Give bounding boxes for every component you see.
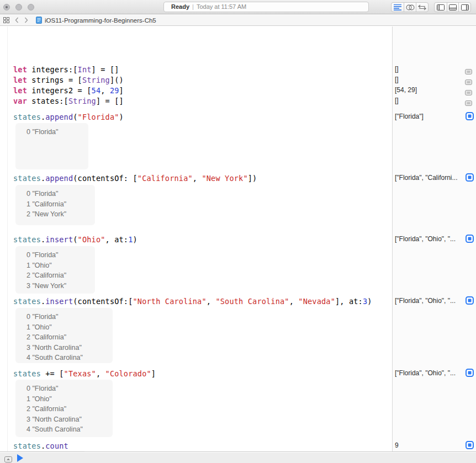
- sidebar-result-row: ["Florida", "Ohio", "...: [393, 368, 476, 379]
- inline-result-row: 0 "Florida": [15, 312, 113, 322]
- inline-result-row: 1 "Ohio": [15, 322, 113, 333]
- version-editor-button[interactable]: [416, 3, 428, 12]
- standard-editor-icon: [394, 4, 402, 10]
- code-line: states.insert("Ohio", at:1): [13, 235, 137, 244]
- version-editor-icon: [418, 4, 426, 10]
- inline-result-view: 0 "Florida"1 "Ohio"2 "California"3 "Nort…: [15, 308, 113, 363]
- status-time: Today at 11:57 AM: [197, 3, 246, 10]
- result-value: []: [395, 64, 399, 74]
- show-result-button[interactable]: [466, 296, 474, 305]
- run-playground-button[interactable]: [17, 454, 23, 463]
- result-value: ["Florida", "Ohio", "...: [395, 234, 456, 244]
- sidebar-result-row: []: [393, 95, 476, 106]
- quicklook-button[interactable]: [465, 77, 472, 82]
- toolbar: Ready|Today at 11:57 AM: [0, 0, 476, 14]
- result-value: [54, 29]: [395, 85, 417, 95]
- inline-result-row: 1 "Ohio": [15, 260, 95, 271]
- minimize-button[interactable]: [15, 4, 22, 10]
- result-value: 9: [395, 440, 399, 451]
- sidebar-result-row: 9: [393, 440, 476, 451]
- inline-result-view: 0 "Florida": [15, 123, 88, 169]
- history-navigation: [15, 17, 28, 23]
- close-icon: [6, 6, 8, 8]
- inspector-pane-button[interactable]: [458, 3, 470, 12]
- show-result-button[interactable]: [466, 112, 474, 120]
- close-button[interactable]: [3, 4, 10, 10]
- show-result-button[interactable]: [466, 369, 474, 377]
- show-result-button[interactable]: [466, 173, 474, 182]
- inline-result-row: 3 "North Carolina": [15, 414, 113, 425]
- results-sidebar: [] [] [54, 29] [] ["Florida"] ["Florida"…: [392, 26, 476, 451]
- inline-result-view: 0 "Florida"1 "Ohio"2 "California"3 "Nort…: [15, 380, 113, 437]
- navigator-pane-button[interactable]: [435, 3, 447, 12]
- sidebar-result-row: ["Florida", "Ohio", "...: [393, 296, 476, 306]
- related-items-grid-icon: [3, 17, 9, 23]
- inline-result-view: 0 "Florida"1 "Ohio"2 "California"3 "New …: [15, 246, 95, 294]
- show-result-button[interactable]: [466, 441, 474, 449]
- inline-result-row: 2 "California": [15, 332, 113, 343]
- main-content: let integers:[Int] = []let strings = [St…: [0, 26, 476, 452]
- status-separator: |: [192, 3, 194, 10]
- debug-bar: [0, 453, 476, 463]
- code-line: states.insert(contentsOf:["North Carolin…: [13, 297, 372, 306]
- sidebar-result-row: []: [393, 64, 476, 74]
- result-value: ["Florida", "Ohio", "...: [395, 368, 456, 379]
- inline-result-row: 4 "South Carolina": [15, 424, 113, 435]
- result-value: []: [395, 95, 399, 106]
- code-line: states += ["Texas", "Colorado"]: [13, 369, 156, 378]
- inline-result-row: 1 "California": [15, 199, 95, 210]
- result-value: ["Florida", "Ohio", "...: [395, 296, 456, 306]
- debug-area-pane-icon: [449, 4, 457, 10]
- inline-result-row: 0 "Florida": [15, 127, 88, 137]
- assistant-editor-icon: [406, 4, 415, 10]
- inline-result-row: 4 "South Carolina": [15, 353, 113, 363]
- sidebar-result-row: ["Florida", "Ohio", "...: [393, 234, 476, 244]
- zoom-button[interactable]: [28, 4, 34, 10]
- code-line: states.append(contentsOf: ["California",…: [13, 174, 257, 183]
- inline-result-row: 1 "Ohio": [15, 394, 113, 405]
- source-editor[interactable]: let integers:[Int] = []let strings = [St…: [0, 26, 392, 451]
- related-items-button[interactable]: [3, 17, 9, 23]
- jump-bar: iOS11-Programming-for-Beginners-Ch5: [0, 15, 476, 26]
- sidebar-result-row: ["Florida"]: [393, 111, 476, 122]
- quicklook-button[interactable]: [465, 98, 472, 103]
- sidebar-result-row: [54, 29]: [393, 85, 476, 95]
- sidebar-result-row: []: [393, 74, 476, 85]
- inline-result-row: 0 "Florida": [15, 250, 95, 260]
- inline-result-row: 3 "North Carolina": [15, 343, 113, 353]
- chevron-right-icon[interactable]: [24, 17, 28, 23]
- assistant-editor-button[interactable]: [404, 3, 416, 12]
- quicklook-button[interactable]: [465, 87, 472, 93]
- xcode-playground-window: Ready|Today at 11:57 AM: [0, 0, 476, 463]
- sidebar-result-row: ["Florida", "Californi...: [393, 173, 476, 183]
- inline-result-row: 2 "New York": [15, 209, 95, 220]
- standard-editor-button[interactable]: [392, 3, 404, 12]
- playground-file-icon: [36, 17, 42, 24]
- result-value: ["Florida"]: [395, 111, 424, 122]
- code-line: var states:[String] = []: [13, 97, 124, 105]
- inline-result-row: 3 "New York": [15, 281, 95, 291]
- inline-result-view: 9: [15, 451, 87, 451]
- code-line: let strings = [String](): [13, 76, 124, 84]
- editor-mode-segmented-control: [391, 2, 429, 12]
- file-icon-wrap: [36, 17, 42, 24]
- quicklook-button[interactable]: [465, 66, 472, 72]
- code-line: let integers:[Int] = []: [13, 65, 119, 74]
- inspector-pane-icon: [461, 4, 469, 10]
- result-value: ["Florida", "Californi...: [395, 173, 457, 183]
- console-toggle-icon: [4, 456, 12, 462]
- navigator-pane-icon: [437, 4, 445, 10]
- chevron-left-icon[interactable]: [15, 17, 19, 23]
- jump-bar-filename[interactable]: iOS11-Programming-for-Beginners-Ch5: [45, 17, 156, 24]
- inline-result-view: 0 "Florida"1 "California"2 "New York": [15, 185, 95, 225]
- activity-status: Ready|Today at 11:57 AM: [163, 2, 369, 12]
- debug-area-pane-button[interactable]: [447, 3, 459, 12]
- console-toggle-button[interactable]: [4, 455, 12, 463]
- workspace-pane-segmented-control: [434, 2, 471, 12]
- show-result-button[interactable]: [466, 235, 474, 243]
- code-line: states.append("Florida"): [13, 113, 124, 121]
- code-line: states.count: [13, 441, 68, 450]
- run-playground-icon: [17, 454, 23, 462]
- code-line: let integers2 = [54, 29]: [13, 86, 124, 95]
- inline-result-row: 2 "California": [15, 404, 113, 414]
